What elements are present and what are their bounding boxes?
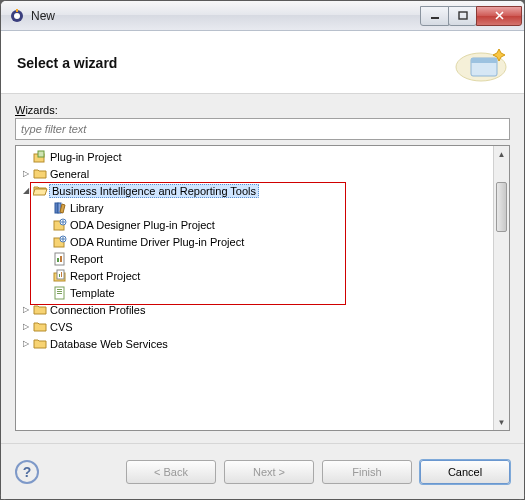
tree-label: Template bbox=[70, 287, 115, 299]
tree-item-birt[interactable]: ◢ Business Intelligence and Reporting To… bbox=[16, 182, 493, 199]
tree-label: Report Project bbox=[70, 270, 140, 282]
collapse-icon[interactable]: ◢ bbox=[20, 186, 32, 195]
wizard-tree[interactable]: Plug-in Project ▷ General ◢ Business Int… bbox=[15, 145, 510, 431]
tree-item-general[interactable]: ▷ General bbox=[16, 165, 493, 182]
tree-label: Database Web Services bbox=[50, 338, 168, 350]
folder-open-icon bbox=[32, 183, 48, 199]
page-title: Select a wizard bbox=[17, 55, 454, 71]
finish-button[interactable]: Finish bbox=[322, 460, 412, 484]
svg-rect-24 bbox=[57, 289, 62, 290]
close-button[interactable] bbox=[476, 6, 522, 26]
expand-icon[interactable]: ▷ bbox=[20, 339, 32, 348]
svg-rect-7 bbox=[471, 58, 497, 63]
tree-label: Library bbox=[70, 202, 104, 214]
cancel-button[interactable]: Cancel bbox=[420, 460, 510, 484]
window-title: New bbox=[31, 9, 421, 23]
tree-label: CVS bbox=[50, 321, 73, 333]
svg-rect-20 bbox=[57, 270, 64, 279]
tree-item-db-web-services[interactable]: ▷Database Web Services bbox=[16, 335, 493, 352]
svg-rect-9 bbox=[38, 151, 44, 157]
tree-label-selected: Business Intelligence and Reporting Tool… bbox=[49, 184, 259, 198]
tree-item-connection-profiles[interactable]: ▷Connection Profiles bbox=[16, 301, 493, 318]
tree-item-template[interactable]: Template bbox=[16, 284, 493, 301]
maximize-button[interactable] bbox=[448, 6, 477, 26]
template-icon bbox=[52, 285, 68, 301]
titlebar[interactable]: New bbox=[1, 1, 524, 31]
tree-label: Connection Profiles bbox=[50, 304, 145, 316]
plugin-icon bbox=[32, 149, 48, 165]
scroll-thumb[interactable] bbox=[496, 182, 507, 232]
svg-point-1 bbox=[14, 13, 20, 19]
tree-label: General bbox=[50, 168, 89, 180]
back-button[interactable]: < Back bbox=[126, 460, 216, 484]
wizard-icon bbox=[454, 43, 508, 83]
svg-rect-26 bbox=[57, 293, 62, 294]
tree-item-cvs[interactable]: ▷CVS bbox=[16, 318, 493, 335]
expand-icon[interactable]: ▷ bbox=[20, 305, 32, 314]
tree-item-report-project[interactable]: Report Project bbox=[16, 267, 493, 284]
report-icon bbox=[52, 251, 68, 267]
scroll-down-icon[interactable]: ▼ bbox=[494, 414, 509, 430]
tree-label: ODA Runtime Driver Plug-in Project bbox=[70, 236, 244, 248]
filter-input[interactable] bbox=[15, 118, 510, 140]
filter-label: Wizards: bbox=[15, 104, 510, 116]
svg-rect-18 bbox=[60, 256, 62, 262]
svg-rect-2 bbox=[16, 9, 18, 12]
app-icon bbox=[9, 8, 25, 24]
vertical-scrollbar[interactable]: ▲ ▼ bbox=[493, 146, 509, 430]
dialog-window: New Select a wizard Wizards: bbox=[0, 0, 525, 500]
svg-rect-3 bbox=[431, 17, 439, 19]
folder-icon bbox=[32, 166, 48, 182]
content-area: Wizards: Plug-in Project ▷ General ◢ Bus… bbox=[1, 94, 524, 443]
tree-label: ODA Designer Plug-in Project bbox=[70, 219, 215, 231]
oda-icon bbox=[52, 234, 68, 250]
tree-item-library[interactable]: Library bbox=[16, 199, 493, 216]
oda-icon bbox=[52, 217, 68, 233]
tree-label: Plug-in Project bbox=[50, 151, 122, 163]
tree-item-report[interactable]: Report bbox=[16, 250, 493, 267]
expand-icon[interactable]: ▷ bbox=[20, 169, 32, 178]
tree-label: Report bbox=[70, 253, 103, 265]
scroll-up-icon[interactable]: ▲ bbox=[494, 146, 509, 162]
svg-rect-25 bbox=[57, 291, 62, 292]
expand-icon[interactable]: ▷ bbox=[20, 322, 32, 331]
tree-item-oda-designer[interactable]: ODA Designer Plug-in Project bbox=[16, 216, 493, 233]
svg-rect-4 bbox=[459, 12, 467, 19]
library-icon bbox=[52, 200, 68, 216]
tree-item-oda-runtime[interactable]: ODA Runtime Driver Plug-in Project bbox=[16, 233, 493, 250]
svg-rect-22 bbox=[61, 272, 62, 277]
help-button[interactable]: ? bbox=[15, 460, 39, 484]
dialog-header: Select a wizard bbox=[1, 31, 524, 94]
svg-rect-21 bbox=[59, 274, 60, 277]
report-project-icon bbox=[52, 268, 68, 284]
svg-rect-17 bbox=[57, 258, 59, 262]
tree-item-plugin-project[interactable]: Plug-in Project bbox=[16, 148, 493, 165]
next-button[interactable]: Next > bbox=[224, 460, 314, 484]
minimize-button[interactable] bbox=[420, 6, 449, 26]
folder-icon bbox=[32, 302, 48, 318]
button-bar: ? < Back Next > Finish Cancel bbox=[1, 443, 524, 499]
folder-icon bbox=[32, 336, 48, 352]
svg-rect-16 bbox=[55, 253, 64, 265]
folder-icon bbox=[32, 319, 48, 335]
